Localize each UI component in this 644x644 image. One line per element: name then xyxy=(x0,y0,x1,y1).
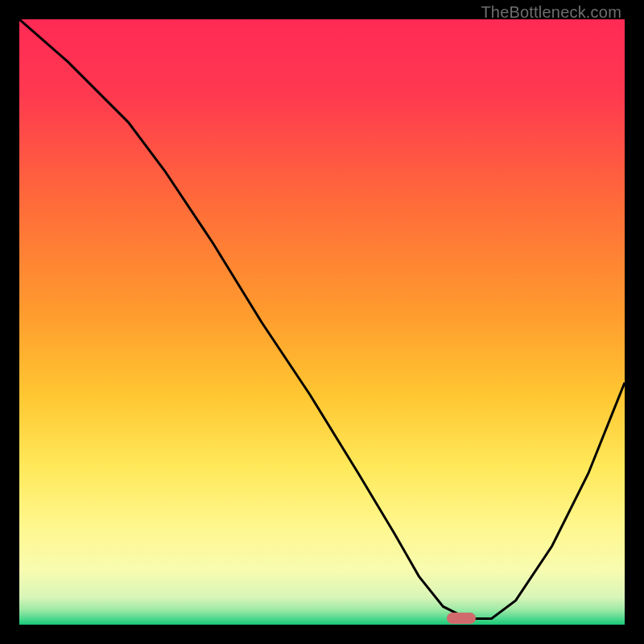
optimal-marker xyxy=(447,613,476,624)
outer-frame: TheBottleneck.com xyxy=(0,0,644,644)
watermark-text: TheBottleneck.com xyxy=(481,3,621,22)
bottleneck-curve xyxy=(19,19,625,625)
plot-area xyxy=(19,19,625,625)
